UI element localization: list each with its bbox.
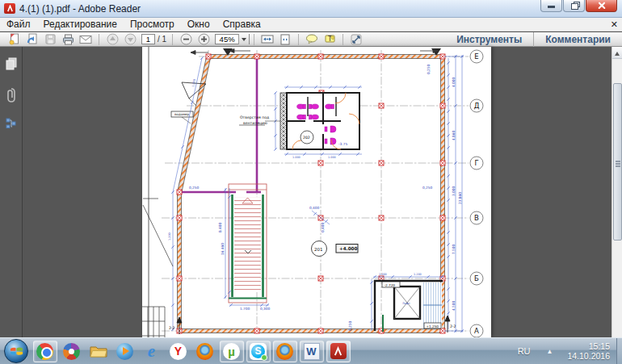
page-total-label: / 1: [158, 35, 166, 44]
start-button[interactable]: [4, 339, 28, 363]
taskbar-firefox-running[interactable]: [273, 341, 297, 362]
lift-label: Лифт: [402, 302, 410, 305]
menu-edit[interactable]: Редактирование: [37, 18, 124, 31]
taskbar-adobe-reader[interactable]: [326, 341, 351, 362]
firefox-icon: [276, 343, 293, 360]
main-staircase: 16.460 8.400 1.700 0,300: [218, 184, 271, 311]
fit-width-icon[interactable]: [260, 33, 275, 45]
stair-dim-h1: 16.460: [221, 243, 225, 255]
vent-note: Отверстия под вентиляцию: [239, 115, 280, 125]
explorer-folder-icon: [90, 344, 107, 358]
taskbar-skype[interactable]: S: [246, 341, 271, 362]
page-thumbnails-icon[interactable]: [0, 53, 23, 73]
tray-time: 15:15: [567, 341, 610, 351]
room-201-group: 201 +4.000: [312, 241, 359, 257]
fullscreen-icon[interactable]: [349, 33, 364, 45]
dim-v-b: 7.500: [452, 244, 456, 254]
zoom-out-icon[interactable]: [179, 33, 193, 45]
print-icon[interactable]: [61, 33, 75, 45]
menu-file[interactable]: Файл: [0, 18, 37, 31]
taskbar-utorrent[interactable]: µ: [220, 341, 244, 362]
svg-text:0,250: 0,250: [422, 186, 433, 190]
document-area: 202 -3.75 1.000 1.000 Отвер: [0, 47, 622, 337]
axis-v: В: [474, 214, 479, 222]
axis-g: Г: [474, 159, 478, 167]
dim-g-v: 3.000: [452, 186, 456, 196]
fit-page-icon[interactable]: [278, 33, 292, 45]
pdf-page: 202 -3.75 1.000 1.000 Отвер: [142, 47, 491, 337]
svg-text:2-2: 2-2: [169, 326, 175, 330]
stair-dim-h2: 8.400: [218, 222, 222, 232]
menu-help[interactable]: Справка: [216, 18, 267, 31]
menu-bar: Файл Редактирование Просмотр Окно Справк…: [0, 18, 622, 31]
taskbar-explorer[interactable]: [86, 341, 111, 362]
email-icon[interactable]: [78, 33, 93, 45]
attachments-icon[interactable]: [0, 86, 23, 105]
close-button[interactable]: [586, 0, 617, 12]
vertical-scrollbar[interactable]: [611, 47, 622, 337]
comment-bubble-icon[interactable]: [305, 33, 319, 45]
svg-text:0,250: 0,250: [189, 186, 200, 190]
utorrent-icon: µ: [223, 343, 240, 360]
restore-button[interactable]: [563, 0, 585, 12]
page-number-input[interactable]: [141, 34, 155, 44]
taskbar-chrome[interactable]: [33, 341, 57, 362]
title-bar: 4.(1) (1).pdf - Adobe Reader: [0, 0, 622, 18]
previous-page-icon[interactable]: [105, 33, 120, 45]
bookmarks-icon[interactable]: [0, 113, 23, 132]
window-title: 4.(1) (1).pdf - Adobe Reader: [19, 3, 141, 15]
chrome-icon: [36, 343, 53, 360]
tools-button[interactable]: Инструменты: [445, 34, 533, 45]
pit-level-label: -2.720: [385, 283, 396, 287]
menu-view[interactable]: Просмотр: [124, 18, 181, 31]
save-icon[interactable]: [43, 33, 57, 45]
document-close-icon[interactable]: ✕: [611, 19, 618, 30]
adobe-reader-icon: [330, 343, 347, 359]
room-201-label: 201: [314, 247, 323, 252]
taskbar-picasa[interactable]: [60, 341, 84, 362]
svg-text:0,250: 0,250: [427, 64, 431, 74]
taskbar-word[interactable]: W: [300, 341, 324, 362]
axis-bubbles: Е Д Г В Б А: [470, 50, 483, 337]
stair-dim-w2: 0,300: [260, 307, 271, 311]
svg-text:Отверстия под: Отверстия под: [240, 115, 269, 119]
highlight-text-icon[interactable]: T: [322, 33, 337, 45]
language-indicator[interactable]: RU: [510, 346, 539, 356]
word-icon: W: [304, 343, 320, 360]
main-level-label: +4.000: [339, 246, 357, 251]
skype-icon: S: [250, 343, 267, 360]
dim-b-a: 4.500: [452, 300, 456, 311]
comments-button[interactable]: Комментарии: [534, 34, 622, 45]
svg-text:0,400: 0,400: [321, 222, 325, 232]
pdf-viewport[interactable]: 202 -3.75 1.000 1.000 Отвер: [23, 47, 622, 337]
clock[interactable]: 15:15 14.10.2016: [561, 341, 616, 361]
zoom-dropdown-icon[interactable]: [238, 34, 249, 44]
zoom-in-icon[interactable]: [196, 33, 211, 45]
axis-e: Е: [474, 52, 478, 61]
scrollbar-up-icon[interactable]: [612, 47, 622, 59]
taskbar-firefox-pinned[interactable]: [193, 341, 217, 362]
scrollbar-thumb[interactable]: [613, 83, 622, 241]
axis-a: А: [474, 327, 479, 335]
wc-dim-1: 1.000: [292, 156, 300, 159]
elev-dim-b: 1.200: [414, 273, 422, 276]
menu-window[interactable]: Окно: [181, 18, 216, 31]
taskbar-yandex[interactable]: Y: [166, 341, 191, 362]
svg-text:0,400: 0,400: [309, 206, 320, 210]
show-desktop-button[interactable]: [616, 338, 622, 364]
minimize-button[interactable]: [540, 0, 562, 12]
open-file-icon[interactable]: [7, 33, 22, 45]
next-page-icon[interactable]: [123, 33, 137, 45]
taskbar-ie[interactable]: e: [140, 341, 164, 362]
zoom-level-input[interactable]: [216, 35, 238, 44]
tray-expand-icon[interactable]: ▲: [539, 348, 561, 355]
firefox-icon: [196, 343, 213, 360]
picasa-icon: [63, 343, 80, 360]
ie-icon: e: [148, 341, 155, 362]
save-as-icon[interactable]: [25, 33, 40, 45]
wc-block: 202 -3.75 1.000 1.000: [274, 86, 362, 158]
taskbar-wmp[interactable]: [113, 341, 137, 362]
yandex-icon: Y: [170, 343, 187, 360]
svg-text:вентиляцию: вентиляцию: [243, 121, 267, 125]
entry-level-label: +1.250: [427, 324, 439, 328]
